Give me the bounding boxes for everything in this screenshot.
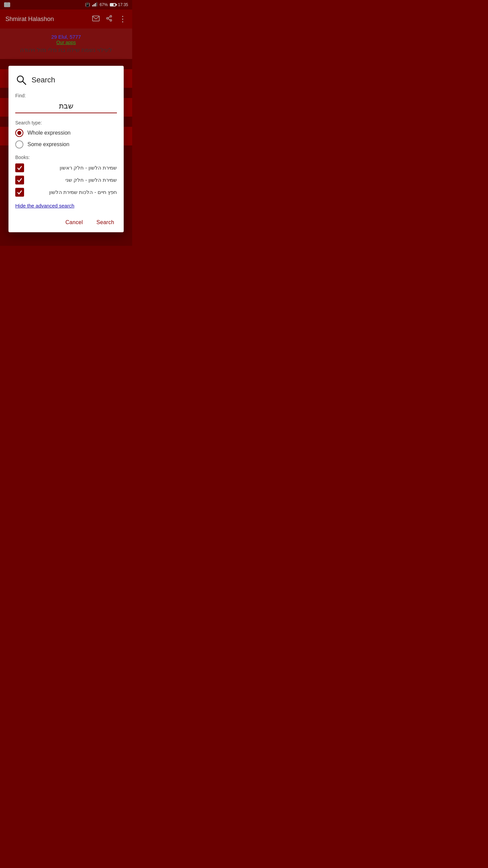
left-panel-1 (0, 69, 9, 88)
right-panel-3 (123, 127, 132, 145)
book-3-label: חפץ חיים - הלכות שמירת הלשון (49, 189, 117, 195)
dialog-title-text: Search (32, 76, 55, 84)
status-left (4, 2, 10, 7)
svg-rect-5 (96, 2, 97, 6)
svg-rect-4 (95, 3, 96, 6)
left-panel-2 (0, 98, 9, 117)
svg-rect-3 (94, 4, 95, 6)
books-label: Books: (15, 155, 117, 160)
status-bar: 📳 67% 17:35 (0, 0, 132, 9)
search-icon (15, 74, 27, 86)
dialog-buttons: Cancel Search (15, 218, 117, 227)
radio-some-expression-circle[interactable] (15, 140, 23, 149)
menu-icon[interactable]: ⋮ (119, 15, 127, 23)
signal-percentage: 67% (100, 2, 108, 7)
battery-icon (110, 3, 116, 6)
book-2-item[interactable]: שמירת הלשון - חלק שני (15, 176, 117, 184)
svg-point-9 (110, 19, 112, 21)
book-1-item[interactable]: שמירת הלשון - חלק ראשון (15, 163, 117, 172)
photo-icon (4, 2, 10, 7)
radio-whole-expression-label: Whole expression (27, 130, 70, 136)
cancel-button[interactable]: Cancel (63, 218, 86, 227)
date-display: 29 Elul, 5777 (5, 34, 127, 40)
vibrate-icon: 📳 (85, 2, 90, 7)
search-button[interactable]: Search (94, 218, 117, 227)
book-1-checkbox[interactable] (15, 163, 24, 172)
content-background: 29 Elul, 5777 Our apps לעילוי נשמת שילת … (0, 28, 132, 59)
book-2-checkbox-left (15, 176, 24, 184)
right-panel-1 (123, 69, 132, 88)
clock: 17:35 (118, 2, 128, 7)
app-bar-actions: ⋮ (92, 15, 127, 23)
book-3-item[interactable]: חפץ חיים - הלכות שמירת הלשון (15, 188, 117, 197)
book-3-checkbox-left (15, 188, 24, 197)
svg-line-13 (23, 81, 26, 84)
share-icon[interactable] (106, 15, 113, 23)
hebrew-dedication: לעילוי נשמת שילת בת מלי מזל ויהודה (5, 46, 127, 54)
email-icon[interactable] (92, 15, 100, 23)
right-panel-2 (123, 98, 132, 117)
hide-advanced-search-link[interactable]: Hide the advanced search (15, 203, 74, 209)
find-input-wrapper[interactable] (15, 100, 117, 113)
radio-some-expression-label: Some expression (27, 141, 69, 147)
svg-rect-2 (92, 5, 93, 6)
book-1-checkbox-left (15, 163, 24, 172)
find-input[interactable] (15, 100, 117, 113)
find-label: Find: (15, 93, 117, 98)
svg-line-10 (108, 17, 110, 18)
search-type-label: Search type: (15, 120, 117, 125)
book-1-label: שמירת הלשון - חלק ראשון (60, 165, 117, 171)
dialog-title-row: Search (15, 74, 117, 86)
left-panel-3 (0, 127, 9, 145)
svg-point-8 (107, 17, 108, 19)
books-checkbox-group: שמירת הלשון - חלק ראשון שמירת הלשון - חל… (15, 163, 117, 197)
status-right: 📳 67% 17:35 (85, 2, 128, 7)
search-type-group: Whole expression Some expression (15, 129, 117, 149)
radio-whole-expression-circle[interactable] (15, 129, 23, 137)
radio-some-expression[interactable]: Some expression (15, 140, 117, 149)
svg-rect-0 (5, 3, 9, 6)
search-dialog: Search Find: Search type: Whole expressi… (8, 66, 124, 232)
svg-point-1 (6, 4, 8, 5)
book-2-label: שמירת הלשון - חלק שני (65, 177, 117, 183)
app-title: Shmirat Halashon (5, 16, 54, 23)
svg-line-11 (108, 19, 110, 20)
svg-rect-6 (93, 16, 99, 21)
our-apps-link[interactable]: Our apps (5, 40, 127, 45)
signal-bars (92, 2, 98, 7)
svg-point-7 (110, 15, 112, 17)
app-bar: Shmirat Halashon ⋮ (0, 9, 132, 28)
book-3-checkbox[interactable] (15, 188, 24, 197)
dialog-overlay: Search Find: Search type: Whole expressi… (0, 59, 132, 246)
radio-whole-expression[interactable]: Whole expression (15, 129, 117, 137)
book-2-checkbox[interactable] (15, 176, 24, 184)
